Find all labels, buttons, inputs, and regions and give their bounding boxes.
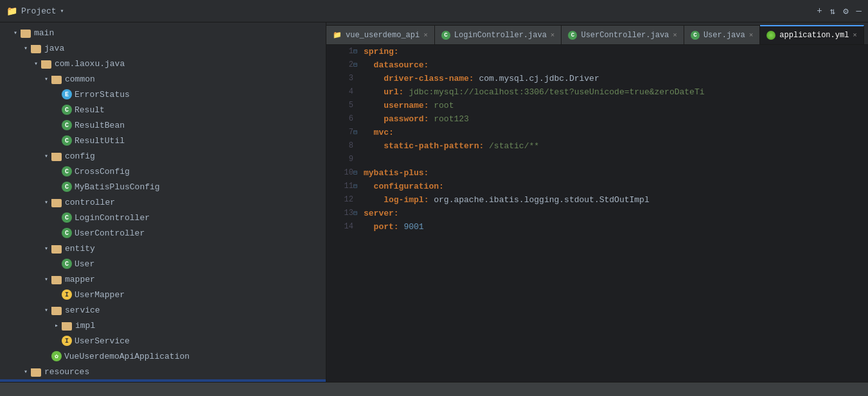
sidebar: mainjavacom.laoxu.javacommonEErrorStatus… xyxy=(0,22,326,382)
sidebar-item-label: java xyxy=(44,44,64,53)
tab-vue_userdemo_api[interactable]: 📁vue_userdemo_api× xyxy=(326,25,435,44)
folder-arrow[interactable] xyxy=(10,29,21,37)
sync-icon[interactable]: ⇅ xyxy=(830,6,835,17)
folder-arrow[interactable] xyxy=(41,75,51,83)
gutter: ⊟ xyxy=(353,180,364,193)
sidebar-item-service[interactable]: service xyxy=(0,302,326,318)
sidebar-item-label: resources xyxy=(44,367,89,377)
file-badge: I xyxy=(62,289,72,300)
folder-arrow[interactable] xyxy=(41,152,51,160)
code-line-row: 3 driver-class-name: com.mysql.cj.jdbc.D… xyxy=(326,72,868,85)
sidebar-item-VueUserdemoApiApplication[interactable]: ✿VueUserdemoApiApplication xyxy=(0,349,326,364)
folder-arrow[interactable] xyxy=(41,198,51,206)
line-number: 8 xyxy=(326,139,353,153)
sidebar-item-LoginController[interactable]: CLoginController xyxy=(0,210,326,225)
code-content: spring: xyxy=(364,45,868,58)
line-number: 6 xyxy=(326,112,353,126)
code-line-row: 2⊟ datasource: xyxy=(326,58,868,72)
sidebar-item-Result[interactable]: CResult xyxy=(0,102,326,117)
sidebar-item-config[interactable]: config xyxy=(0,148,326,164)
fold-icon[interactable]: ⊟ xyxy=(353,129,357,136)
code-line-row: 8 static-path-pattern: /static/** xyxy=(326,139,868,153)
code-line-row: 7⊟ mvc: xyxy=(326,126,868,139)
folder-arrow[interactable] xyxy=(21,368,31,375)
sidebar-item-UserMapper[interactable]: IUserMapper xyxy=(0,287,326,302)
tab-close-button[interactable]: × xyxy=(749,31,754,39)
sidebar-item-label: mapper xyxy=(65,275,95,284)
folder-icon xyxy=(51,245,62,254)
code-content: password: root123 xyxy=(364,112,868,126)
folder-icon xyxy=(31,45,41,53)
code-content: datasource: xyxy=(364,58,868,72)
code-content: static-path-pattern: /static/** xyxy=(364,139,868,153)
code-line-row: 5 username: root xyxy=(326,99,868,112)
tab-close-button[interactable]: × xyxy=(551,31,555,39)
sidebar-item-ResultBean[interactable]: CResultBean xyxy=(0,117,326,133)
code-line-row: 12 log-impl: org.apache.ibatis.logging.s… xyxy=(326,193,868,207)
tab-LoginController[interactable]: CLoginController.java× xyxy=(435,25,562,44)
fold-icon[interactable]: ⊟ xyxy=(353,169,357,176)
sidebar-item-MyBatisPlusConfig[interactable]: CMyBatisPlusConfig xyxy=(0,179,326,194)
tab-label: LoginController.java xyxy=(454,31,547,40)
code-content: username: root xyxy=(364,99,868,112)
fold-icon[interactable]: ⊟ xyxy=(353,210,357,217)
sidebar-item-impl[interactable]: impl xyxy=(0,318,326,333)
sidebar-item-controller[interactable]: controller xyxy=(0,194,326,210)
code-content: url: jdbc:mysql://localhost:3306/test?us… xyxy=(364,85,868,99)
tab-User[interactable]: CUser.java× xyxy=(684,25,760,44)
title-bar-left: 📁 Project ▾ xyxy=(6,6,64,17)
sidebar-item-ErrorStatus[interactable]: EErrorStatus xyxy=(0,87,326,102)
code-content: port: 9001 xyxy=(364,220,868,234)
sidebar-item-label: com.laoxu.java xyxy=(55,59,125,69)
sidebar-item-ResultUtil[interactable]: CResultUtil xyxy=(0,133,326,148)
tab-label: application.yml xyxy=(779,31,849,40)
file-badge: C xyxy=(62,166,72,176)
folder-arrow[interactable] xyxy=(41,306,51,314)
sidebar-item-resources[interactable]: resources xyxy=(0,364,326,379)
sidebar-item-UserController[interactable]: CUserController xyxy=(0,225,326,241)
folder-icon xyxy=(51,199,62,207)
line-number: 5 xyxy=(326,99,353,112)
settings-icon[interactable]: ⚙ xyxy=(843,6,848,17)
sidebar-item-java[interactable]: java xyxy=(0,40,326,56)
add-icon[interactable]: + xyxy=(817,6,822,16)
fold-icon[interactable]: ⊟ xyxy=(353,183,357,190)
tab-close-button[interactable]: × xyxy=(423,31,428,39)
folder-arrow[interactable] xyxy=(21,44,31,52)
sidebar-item-label: controller xyxy=(65,198,115,207)
sidebar-item-entity[interactable]: entity xyxy=(0,241,326,256)
gutter xyxy=(353,153,364,166)
tab-close-button[interactable]: × xyxy=(853,31,857,39)
code-editor[interactable]: 1⊟spring:2⊟ datasource:3 driver-class-na… xyxy=(326,45,868,382)
sidebar-item-User[interactable]: CUser xyxy=(0,256,326,271)
folder-arrow[interactable] xyxy=(41,275,51,283)
line-number: 3 xyxy=(326,72,353,85)
gutter: ⊟ xyxy=(353,45,364,58)
sidebar-item-com.laoxu.java[interactable]: com.laoxu.java xyxy=(0,56,326,71)
file-badge: C xyxy=(62,120,72,130)
sidebar-item-UserService[interactable]: IUserService xyxy=(0,333,326,349)
sidebar-item-label: service xyxy=(65,306,100,315)
fold-icon[interactable]: ⊟ xyxy=(353,48,357,55)
sidebar-item-main[interactable]: main xyxy=(0,25,326,40)
line-number: 11 xyxy=(326,180,353,193)
file-badge: C xyxy=(62,212,72,223)
sidebar-item-mapper[interactable]: mapper xyxy=(0,271,326,287)
tab-UserController[interactable]: CUserController.java× xyxy=(562,25,684,44)
folder-arrow[interactable] xyxy=(51,322,62,329)
file-badge: C xyxy=(62,182,72,192)
sidebar-item-label: UserService xyxy=(75,336,130,346)
main-layout: mainjavacom.laoxu.javacommonEErrorStatus… xyxy=(0,22,868,382)
line-number: 1 xyxy=(326,45,353,58)
sidebar-item-CrossConfig[interactable]: CCrossConfig xyxy=(0,164,326,179)
folder-arrow[interactable] xyxy=(41,245,51,252)
sidebar-item-common[interactable]: common xyxy=(0,71,326,87)
code-line-row: 9 xyxy=(326,153,868,166)
tab-label: vue_userdemo_api xyxy=(346,31,420,40)
minimize-icon[interactable]: — xyxy=(856,6,862,16)
fold-icon[interactable]: ⊟ xyxy=(353,62,357,69)
folder-arrow[interactable] xyxy=(31,60,41,67)
gutter: ⊟ xyxy=(353,58,364,72)
tab-application[interactable]: application.yml× xyxy=(760,25,864,44)
tab-close-button[interactable]: × xyxy=(673,31,677,39)
